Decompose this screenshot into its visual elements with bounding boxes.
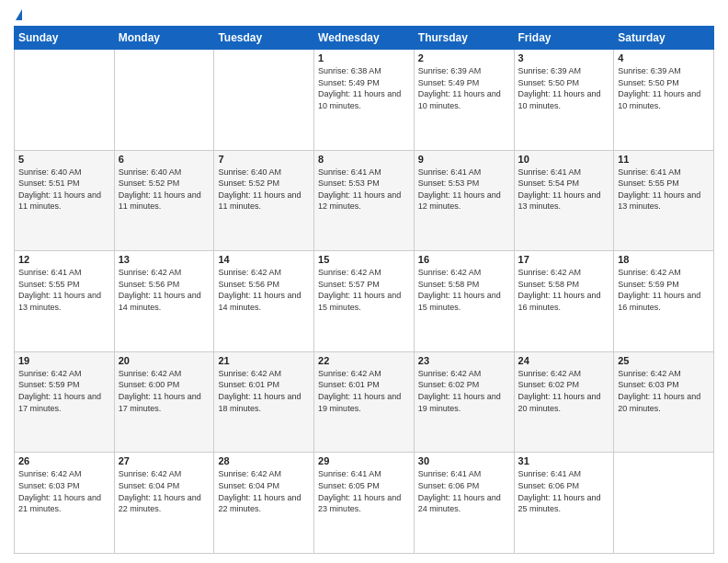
- day-cell: 27Sunrise: 6:42 AMSunset: 6:04 PMDayligh…: [114, 453, 214, 554]
- day-info: Sunrise: 6:41 AMSunset: 6:06 PMDaylight:…: [518, 468, 610, 514]
- day-info: Sunrise: 6:41 AMSunset: 5:54 PMDaylight:…: [518, 167, 610, 213]
- day-cell: 2Sunrise: 6:39 AMSunset: 5:49 PMDaylight…: [414, 50, 514, 151]
- day-info: Sunrise: 6:42 AMSunset: 5:58 PMDaylight:…: [418, 267, 510, 313]
- day-cell: 7Sunrise: 6:40 AMSunset: 5:52 PMDaylight…: [214, 150, 314, 251]
- day-info: Sunrise: 6:42 AMSunset: 5:58 PMDaylight:…: [518, 267, 610, 313]
- day-cell: 4Sunrise: 6:39 AMSunset: 5:50 PMDaylight…: [614, 50, 714, 151]
- day-info: Sunrise: 6:42 AMSunset: 5:59 PMDaylight:…: [18, 368, 110, 414]
- day-info: Sunrise: 6:42 AMSunset: 6:00 PMDaylight:…: [119, 368, 210, 414]
- day-info: Sunrise: 6:40 AMSunset: 5:52 PMDaylight:…: [218, 167, 310, 213]
- logo-triangle-icon: [16, 9, 22, 20]
- day-cell: [214, 50, 314, 151]
- day-number: 7: [218, 154, 310, 165]
- day-cell: [15, 50, 115, 151]
- day-number: 18: [618, 254, 710, 265]
- day-number: 17: [518, 254, 610, 265]
- day-number: 4: [618, 52, 710, 63]
- day-number: 8: [318, 154, 410, 165]
- day-number: 22: [318, 355, 410, 366]
- day-cell: 1Sunrise: 6:38 AMSunset: 5:49 PMDaylight…: [314, 50, 415, 151]
- day-number: 14: [218, 254, 310, 265]
- day-number: 6: [119, 154, 210, 165]
- day-cell: 22Sunrise: 6:42 AMSunset: 6:01 PMDayligh…: [314, 351, 415, 453]
- day-header-saturday: Saturday: [614, 27, 714, 50]
- day-cell: 9Sunrise: 6:41 AMSunset: 5:53 PMDaylight…: [414, 150, 514, 251]
- calendar-table: SundayMondayTuesdayWednesdayThursdayFrid…: [14, 26, 714, 554]
- day-info: Sunrise: 6:42 AMSunset: 6:02 PMDaylight:…: [518, 368, 610, 414]
- day-cell: 29Sunrise: 6:41 AMSunset: 6:05 PMDayligh…: [314, 453, 415, 554]
- day-cell: 30Sunrise: 6:41 AMSunset: 6:06 PMDayligh…: [414, 453, 514, 554]
- day-cell: 23Sunrise: 6:42 AMSunset: 6:02 PMDayligh…: [414, 351, 514, 453]
- day-number: 29: [318, 455, 410, 466]
- page: SundayMondayTuesdayWednesdayThursdayFrid…: [0, 0, 728, 563]
- day-info: Sunrise: 6:41 AMSunset: 6:05 PMDaylight:…: [318, 468, 410, 514]
- day-header-sunday: Sunday: [15, 27, 115, 50]
- day-number: 11: [618, 154, 710, 165]
- day-number: 1: [318, 52, 410, 63]
- week-row-4: 19Sunrise: 6:42 AMSunset: 5:59 PMDayligh…: [15, 351, 714, 453]
- day-info: Sunrise: 6:42 AMSunset: 5:56 PMDaylight:…: [119, 267, 210, 313]
- day-info: Sunrise: 6:41 AMSunset: 5:55 PMDaylight:…: [618, 167, 710, 213]
- day-info: Sunrise: 6:42 AMSunset: 6:02 PMDaylight:…: [418, 368, 510, 414]
- day-number: 26: [18, 455, 110, 466]
- day-number: 15: [318, 254, 410, 265]
- day-cell: 12Sunrise: 6:41 AMSunset: 5:55 PMDayligh…: [15, 251, 115, 352]
- day-cell: 16Sunrise: 6:42 AMSunset: 5:58 PMDayligh…: [414, 251, 514, 352]
- day-info: Sunrise: 6:42 AMSunset: 6:04 PMDaylight:…: [218, 468, 310, 514]
- day-info: Sunrise: 6:42 AMSunset: 6:03 PMDaylight:…: [618, 368, 710, 414]
- day-info: Sunrise: 6:42 AMSunset: 5:56 PMDaylight:…: [218, 267, 310, 313]
- day-cell: 5Sunrise: 6:40 AMSunset: 5:51 PMDaylight…: [15, 150, 115, 251]
- day-cell: 26Sunrise: 6:42 AMSunset: 6:03 PMDayligh…: [15, 453, 115, 554]
- day-header-thursday: Thursday: [414, 27, 514, 50]
- day-cell: 28Sunrise: 6:42 AMSunset: 6:04 PMDayligh…: [214, 453, 314, 554]
- day-cell: [614, 453, 714, 554]
- day-header-tuesday: Tuesday: [214, 27, 314, 50]
- day-info: Sunrise: 6:41 AMSunset: 6:06 PMDaylight:…: [418, 468, 510, 514]
- day-number: 23: [418, 355, 510, 366]
- day-cell: 25Sunrise: 6:42 AMSunset: 6:03 PMDayligh…: [614, 351, 714, 453]
- day-number: 30: [418, 455, 510, 466]
- day-info: Sunrise: 6:42 AMSunset: 6:01 PMDaylight:…: [218, 368, 310, 414]
- day-number: 24: [518, 355, 610, 366]
- day-info: Sunrise: 6:38 AMSunset: 5:49 PMDaylight:…: [318, 65, 410, 111]
- day-info: Sunrise: 6:41 AMSunset: 5:53 PMDaylight:…: [418, 167, 510, 213]
- day-number: 13: [119, 254, 210, 265]
- day-info: Sunrise: 6:42 AMSunset: 6:03 PMDaylight:…: [18, 468, 110, 514]
- week-row-2: 5Sunrise: 6:40 AMSunset: 5:51 PMDaylight…: [15, 150, 714, 251]
- day-info: Sunrise: 6:41 AMSunset: 5:53 PMDaylight:…: [318, 167, 410, 213]
- day-cell: 8Sunrise: 6:41 AMSunset: 5:53 PMDaylight…: [314, 150, 415, 251]
- day-header-wednesday: Wednesday: [314, 27, 415, 50]
- day-cell: 17Sunrise: 6:42 AMSunset: 5:58 PMDayligh…: [514, 251, 614, 352]
- day-number: 2: [418, 52, 510, 63]
- day-info: Sunrise: 6:40 AMSunset: 5:52 PMDaylight:…: [119, 167, 210, 213]
- day-number: 21: [218, 355, 310, 366]
- day-info: Sunrise: 6:39 AMSunset: 5:50 PMDaylight:…: [518, 65, 610, 111]
- logo: [14, 9, 22, 20]
- day-info: Sunrise: 6:39 AMSunset: 5:49 PMDaylight:…: [418, 65, 510, 111]
- day-cell: [114, 50, 214, 151]
- day-header-monday: Monday: [114, 27, 214, 50]
- day-number: 9: [418, 154, 510, 165]
- days-header-row: SundayMondayTuesdayWednesdayThursdayFrid…: [15, 27, 714, 50]
- day-number: 20: [119, 355, 210, 366]
- day-cell: 14Sunrise: 6:42 AMSunset: 5:56 PMDayligh…: [214, 251, 314, 352]
- day-cell: 18Sunrise: 6:42 AMSunset: 5:59 PMDayligh…: [614, 251, 714, 352]
- day-number: 28: [218, 455, 310, 466]
- day-cell: 15Sunrise: 6:42 AMSunset: 5:57 PMDayligh…: [314, 251, 415, 352]
- day-info: Sunrise: 6:42 AMSunset: 6:01 PMDaylight:…: [318, 368, 410, 414]
- day-info: Sunrise: 6:42 AMSunset: 6:04 PMDaylight:…: [119, 468, 210, 514]
- day-cell: 6Sunrise: 6:40 AMSunset: 5:52 PMDaylight…: [114, 150, 214, 251]
- day-number: 5: [18, 154, 110, 165]
- day-info: Sunrise: 6:41 AMSunset: 5:55 PMDaylight:…: [18, 267, 110, 313]
- week-row-3: 12Sunrise: 6:41 AMSunset: 5:55 PMDayligh…: [15, 251, 714, 352]
- day-cell: 13Sunrise: 6:42 AMSunset: 5:56 PMDayligh…: [114, 251, 214, 352]
- day-info: Sunrise: 6:42 AMSunset: 5:59 PMDaylight:…: [618, 267, 710, 313]
- day-info: Sunrise: 6:39 AMSunset: 5:50 PMDaylight:…: [618, 65, 710, 111]
- week-row-5: 26Sunrise: 6:42 AMSunset: 6:03 PMDayligh…: [15, 453, 714, 554]
- day-cell: 19Sunrise: 6:42 AMSunset: 5:59 PMDayligh…: [15, 351, 115, 453]
- day-header-friday: Friday: [514, 27, 614, 50]
- day-info: Sunrise: 6:42 AMSunset: 5:57 PMDaylight:…: [318, 267, 410, 313]
- day-cell: 11Sunrise: 6:41 AMSunset: 5:55 PMDayligh…: [614, 150, 714, 251]
- day-number: 12: [18, 254, 110, 265]
- day-number: 25: [618, 355, 710, 366]
